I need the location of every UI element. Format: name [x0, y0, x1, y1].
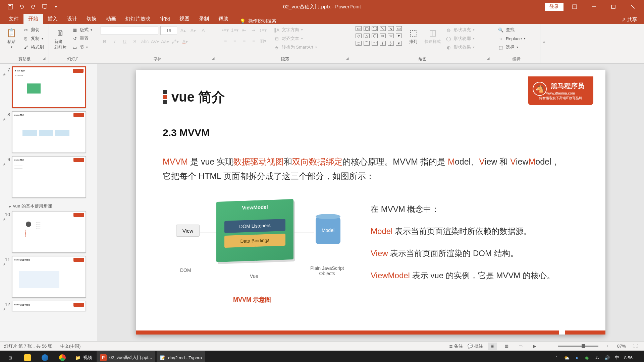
paste-button[interactable]: 📋 粘贴▾	[3, 26, 19, 50]
redo-icon[interactable]	[30, 3, 37, 10]
tray-chevron-icon[interactable]: ˄	[554, 355, 560, 361]
slide-canvas[interactable]: 🐴 黑马程序员 www.itheima.com 传智播客旗下高端IT教育品牌 v…	[136, 70, 605, 335]
taskbar-chrome[interactable]	[54, 351, 70, 362]
taskbar-typora[interactable]: 📝day2.md - Typora	[157, 351, 205, 362]
font-size-combo[interactable]	[160, 26, 177, 35]
tell-me-search[interactable]: 💡 操作说明搜索	[240, 18, 276, 24]
tab-home[interactable]: 开始	[23, 14, 43, 24]
thumbnail-slide-11[interactable]: 11★ ■ vue 的基本使用	[3, 256, 93, 298]
grow-font-icon[interactable]: A▴	[179, 26, 187, 35]
dialog-launcher-icon[interactable]: ◢	[346, 56, 348, 61]
shapes-gallery[interactable]: ▭▢◯＼↘▭ ◇△⬡⇨☆▾ ⬭⌒〰{}▾	[356, 26, 403, 48]
tab-animations[interactable]: 动画	[101, 14, 121, 24]
language-status[interactable]: 中文(中国)	[60, 343, 81, 349]
zoom-in-icon[interactable]: +	[603, 343, 612, 350]
reset-button[interactable]: ↺重置	[70, 35, 94, 42]
highlight-icon[interactable]: 🖍▾	[171, 38, 179, 46]
text-direction-button[interactable]: ‖A文字方向▾	[272, 26, 318, 34]
justify-icon[interactable]: ≡	[250, 37, 258, 45]
undo-icon[interactable]	[18, 3, 25, 10]
tray-network-icon[interactable]: 🖧	[594, 355, 600, 361]
save-icon[interactable]	[7, 3, 14, 10]
collapse-ribbon-icon[interactable]: ˄	[540, 24, 547, 63]
share-button[interactable]: ↗共享	[619, 15, 640, 24]
cut-button[interactable]: ✂剪切	[21, 26, 45, 34]
thumbnail-slide-9[interactable]: 9★ ■ vue 简介——————————————————	[3, 156, 93, 198]
bullets-icon[interactable]: •≡▾	[221, 26, 229, 34]
minimize-icon[interactable]	[586, 0, 602, 13]
tab-recording[interactable]: 录制	[194, 14, 214, 24]
thumbnail-slide-10[interactable]: 10★ • ——• ——• ——• ——Contents	[3, 211, 93, 253]
fit-window-icon[interactable]: ⛶	[631, 343, 640, 350]
decrease-indent-icon[interactable]: ⇤	[240, 26, 248, 34]
select-button[interactable]: ⬚选择▾	[496, 44, 527, 51]
tab-insert[interactable]: 插入	[43, 14, 62, 24]
font-name-combo[interactable]	[101, 26, 158, 35]
tab-slideshow[interactable]: 幻灯片放映	[121, 14, 155, 24]
replace-button[interactable]: ↔Replace▾	[496, 35, 527, 42]
dialog-launcher-icon[interactable]: ◢	[43, 56, 45, 61]
thumbnail-slide-8[interactable]: 8★ ■ vue 简介	[3, 111, 93, 153]
slide-thumbnail-panel[interactable]: 7★ ■ vue 简介2.3 MVVM 8★ ■ vue 简介 9★ ■ vue…	[0, 64, 97, 341]
tray-app-icon[interactable]: ●	[574, 355, 580, 361]
dialog-launcher-icon[interactable]: ◢	[487, 56, 489, 61]
shape-fill-button[interactable]: ◍形状填充▾	[444, 26, 476, 34]
tray-volume-icon[interactable]: 🔊	[604, 355, 610, 361]
slide-editor[interactable]: 🐴 黑马程序员 www.itheima.com 传智播客旗下高端IT教育品牌 v…	[97, 64, 644, 341]
slideshow-start-icon[interactable]	[41, 3, 48, 10]
format-painter-button[interactable]: 🖌格式刷	[21, 44, 45, 51]
bold-icon[interactable]: B	[101, 38, 109, 46]
increase-indent-icon[interactable]: ⇥	[250, 26, 258, 34]
arrange-button[interactable]: ⬚排列	[405, 26, 421, 46]
find-button[interactable]: 🔍查找	[496, 26, 527, 34]
quick-styles-button[interactable]: ◫快速样式	[423, 26, 442, 46]
section-button[interactable]: ▭节▾	[70, 44, 94, 51]
tab-view[interactable]: 视图	[175, 14, 194, 24]
vertical-scrollbar[interactable]	[637, 65, 643, 340]
underline-icon[interactable]: U	[121, 38, 129, 46]
normal-view-icon[interactable]: ▣	[488, 343, 497, 350]
dialog-launcher-icon[interactable]: ◢	[212, 56, 214, 61]
slide-counter[interactable]: 幻灯片 第 7 张，共 56 张	[4, 343, 52, 349]
close-icon[interactable]	[625, 0, 641, 13]
align-left-icon[interactable]: ≡	[221, 37, 229, 45]
taskbar-app-1[interactable]	[19, 351, 36, 362]
taskbar-powerpoint[interactable]: P02_vue基础入门.ppt...	[97, 351, 155, 362]
shrink-font-icon[interactable]: A▾	[189, 26, 197, 35]
zoom-out-icon[interactable]: −	[544, 343, 553, 350]
slideshow-view-icon[interactable]: ▶	[530, 343, 539, 350]
ribbon-display-options-icon[interactable]	[566, 0, 583, 13]
italic-icon[interactable]: I	[111, 38, 119, 46]
tab-review[interactable]: 审阅	[155, 14, 175, 24]
align-center-icon[interactable]: ≡	[231, 37, 239, 45]
tab-design[interactable]: 设计	[62, 14, 82, 24]
align-right-icon[interactable]: ≡	[240, 37, 248, 45]
tab-help[interactable]: 帮助	[214, 14, 233, 24]
font-color-icon[interactable]: A▾	[181, 38, 189, 46]
tab-file[interactable]: 文件	[4, 14, 23, 24]
sorter-view-icon[interactable]: ▦	[502, 343, 511, 350]
shape-effects-button[interactable]: ◐形状效果▾	[444, 44, 476, 51]
clear-format-icon[interactable]: A̶	[199, 26, 207, 35]
tray-ime[interactable]: 中	[614, 355, 620, 361]
taskbar-folder[interactable]: 📁视频	[72, 351, 95, 362]
tray-record-icon[interactable]: ◉	[584, 355, 590, 361]
zoom-slider[interactable]	[558, 346, 598, 347]
tab-transitions[interactable]: 切换	[82, 14, 101, 24]
copy-button[interactable]: ⎘复制▾	[21, 35, 45, 42]
notes-button[interactable]: ≣备注	[449, 343, 463, 349]
tray-clock[interactable]: 8:56	[624, 355, 633, 360]
reading-view-icon[interactable]: ▭	[516, 343, 525, 350]
shadow-icon[interactable]: S	[131, 38, 139, 46]
columns-icon[interactable]: ▥▾	[259, 37, 267, 45]
strike-icon[interactable]: abc	[141, 38, 149, 46]
convert-smartart-button[interactable]: ⬘转换为 SmartArt▾	[272, 44, 318, 51]
align-text-button[interactable]: ⊟对齐文本▾	[272, 35, 318, 42]
shape-outline-button[interactable]: ◯形状轮廓▾	[444, 35, 476, 42]
new-slide-button[interactable]: 🗎 新建 幻灯片	[52, 26, 68, 52]
thumbnail-slide-7[interactable]: 7★ ■ vue 简介2.3 MVVM	[3, 66, 93, 108]
line-spacing-icon[interactable]: ↕≡▾	[259, 26, 267, 34]
start-button[interactable]: ⊞	[2, 351, 18, 362]
char-spacing-icon[interactable]: AV▾	[151, 38, 159, 46]
qat-customize-icon[interactable]: ▾	[52, 3, 60, 10]
